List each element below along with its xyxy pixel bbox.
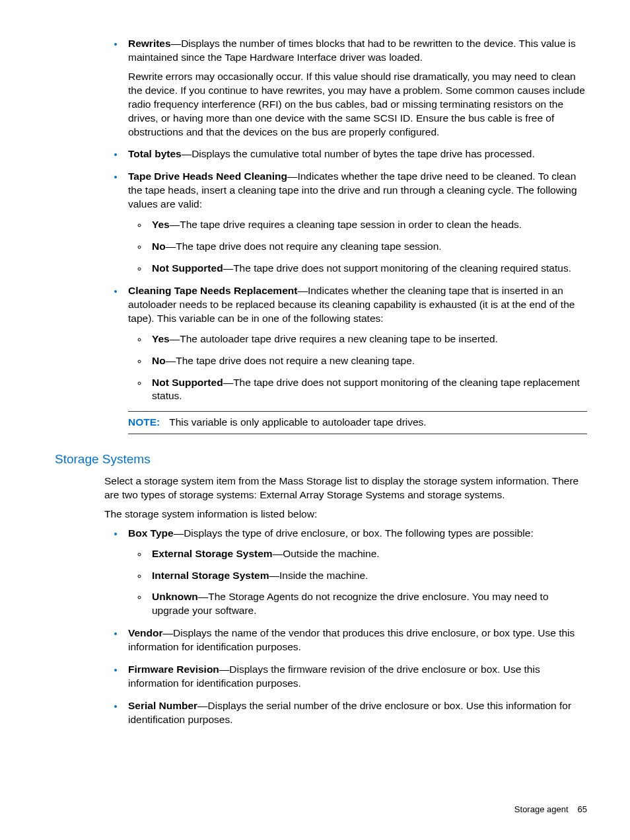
text: No—The tape drive does not require any c… [152,241,442,252]
page-number: 65 [578,804,587,814]
text: Cleaning Tape Needs Replacement—Indicate… [128,285,575,324]
footer-title: Storage agent [514,804,569,814]
list-item: No—The tape drive does not require a new… [148,354,587,368]
list-item: Yes—The tape drive requires a cleaning t… [148,218,587,232]
list-item: Total bytes—Displays the cumulative tota… [124,147,587,161]
paragraph: The storage system information is listed… [104,508,587,521]
list-item: Firmware Revision—Displays the firmware … [124,663,587,691]
text: Unknown—The Storage Agents do not recogn… [152,591,549,616]
list-item: Yes—The autoloader tape drive requires a… [148,332,587,346]
list-item: No—The tape drive does not require any c… [148,240,587,254]
list-item: Box Type—Displays the type of drive encl… [124,527,587,619]
text: Firmware Revision—Displays the firmware … [128,664,540,689]
text: Tape Drive Heads Need Cleaning—Indicates… [128,171,577,210]
list-item: Rewrites—Displays the number of times bl… [124,37,587,139]
list-item: Serial Number—Displays the serial number… [124,699,587,727]
text: Box Type—Displays the type of drive encl… [128,527,534,539]
list-item: Vendor—Displays the name of the vendor t… [124,627,587,654]
text: Internal Storage System—Inside the machi… [152,570,368,581]
heading-storage-systems: Storage Systems [55,451,587,468]
note-block: NOTE:This variable is only applicable to… [128,411,587,434]
list-item: Tape Drive Heads Need Cleaning—Indicates… [124,170,587,276]
text: Total bytes—Displays the cumulative tota… [128,148,535,159]
text: Not Supported—The tape drive does not su… [152,377,580,402]
list-item: Not Supported—The tape drive does not su… [148,376,587,404]
list-item: Not Supported—The tape drive does not su… [148,262,587,276]
list-item: Internal Storage System—Inside the machi… [148,569,587,583]
paragraph: Rewrite errors may occasionally occur. I… [128,70,587,139]
text: Yes—The autoloader tape drive requires a… [152,333,498,344]
note-text: This variable is only applicable to auto… [169,416,426,428]
list-item: Cleaning Tape Needs Replacement—Indicate… [124,284,587,434]
paragraph: Select a storage system item from the Ma… [104,475,587,502]
list-item: External Storage System—Outside the mach… [148,547,587,561]
text: Vendor—Displays the name of the vendor t… [128,627,575,652]
page-footer: Storage agent65 [514,804,587,816]
text: Rewrites—Displays the number of times bl… [128,38,576,63]
list-item: Unknown—The Storage Agents do not recogn… [148,590,587,618]
text: External Storage System—Outside the mach… [152,548,380,559]
text: Yes—The tape drive requires a cleaning t… [152,219,522,230]
text: No—The tape drive does not require a new… [152,355,415,366]
text: Serial Number—Displays the serial number… [128,700,571,725]
text: Not Supported—The tape drive does not su… [152,262,571,274]
note-label: NOTE: [128,416,160,428]
